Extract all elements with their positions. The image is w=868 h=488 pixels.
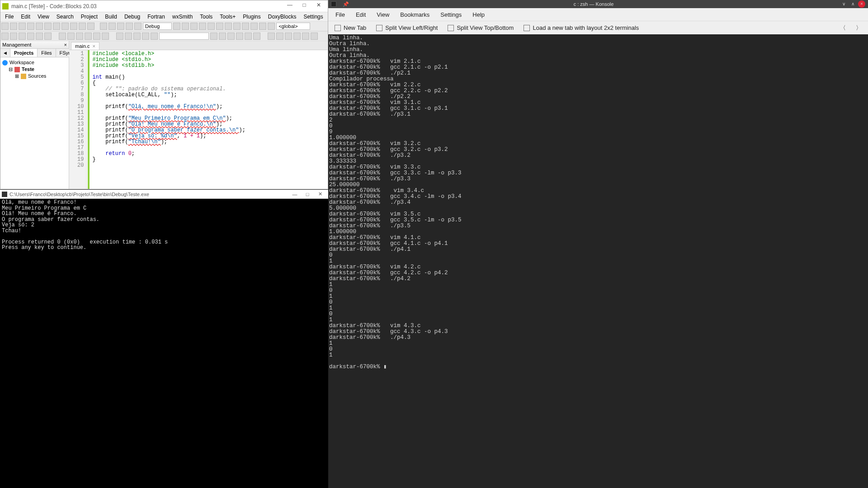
ts4-icon[interactable] <box>293 33 301 40</box>
menu-doxyblocks[interactable]: DoxyBlocks <box>265 13 299 21</box>
new-tab-button[interactable]: New Tab <box>330 23 371 33</box>
kmenu-edit[interactable]: Edit <box>351 9 370 20</box>
kmenu-view[interactable]: View <box>372 9 394 20</box>
menu-build[interactable]: Build <box>102 13 120 21</box>
project-tree[interactable]: Workspace ⊟Teste ⊞Sources <box>0 57 69 81</box>
menu-debug[interactable]: Debug <box>122 13 143 21</box>
toggle-icon[interactable] <box>173 23 180 30</box>
menu-project[interactable]: Project <box>78 13 100 21</box>
searchprev-icon[interactable] <box>219 33 226 40</box>
bookmark-prev-icon[interactable] <box>27 33 34 40</box>
console-minimize-button[interactable]: — <box>288 192 301 197</box>
menu-tools[interactable]: Tools <box>197 13 215 21</box>
mgmt-tab-left-icon[interactable]: ◄ <box>0 49 10 57</box>
run-icon[interactable] <box>108 23 116 30</box>
ts3-icon[interactable] <box>285 33 292 40</box>
menu-wxsmith[interactable]: wxSmith <box>170 13 195 21</box>
bookmark-clear-icon[interactable] <box>44 33 52 40</box>
toolbar-next-icon[interactable]: 〉 <box>851 22 866 34</box>
highlight-icon[interactable] <box>227 33 235 40</box>
cb-titlebar[interactable]: main.c [Teste] - Code::Blocks 20.03 — □ … <box>0 0 328 12</box>
project-label[interactable]: Teste <box>22 66 34 73</box>
expand-icon[interactable]: ⊟ <box>9 66 13 73</box>
search-input[interactable] <box>159 33 209 40</box>
minimize-button[interactable]: — <box>283 2 297 11</box>
tb5-icon[interactable] <box>151 33 158 40</box>
ts-icon[interactable] <box>268 33 275 40</box>
menu-file[interactable]: File <box>2 13 16 21</box>
find-icon[interactable] <box>79 23 86 30</box>
dox2-icon[interactable] <box>67 33 75 40</box>
bookmark-icon[interactable] <box>19 33 26 40</box>
dox6-icon[interactable] <box>102 33 109 40</box>
kmenu-settings[interactable]: Settings <box>436 9 466 20</box>
debug-next-icon[interactable] <box>199 23 206 30</box>
replace-icon[interactable] <box>87 23 94 30</box>
tb-icon[interactable] <box>116 33 123 40</box>
mgmt-tab-projects[interactable]: Projects <box>10 49 38 57</box>
debug-nextinstr-icon[interactable] <box>225 23 232 30</box>
kmenu-bookmarks[interactable]: Bookmarks <box>396 9 434 20</box>
scope-select[interactable]: <global> <box>276 23 310 30</box>
konsole-maximize-button[interactable] <box>849 0 856 8</box>
rebuild-icon[interactable] <box>126 23 133 30</box>
searchnext-icon[interactable] <box>210 33 217 40</box>
abort-icon[interactable] <box>134 23 142 30</box>
bookmark-next-icon[interactable] <box>36 33 43 40</box>
dox5-icon[interactable] <box>93 33 100 40</box>
tb3-icon[interactable] <box>133 33 141 40</box>
tab-close-icon[interactable]: × <box>92 43 95 49</box>
new-icon[interactable] <box>1 23 9 30</box>
paste-icon[interactable] <box>70 23 77 30</box>
split-lr-button[interactable]: Split View Left/Right <box>372 23 442 33</box>
debug-info-icon[interactable] <box>268 23 275 30</box>
toolbar-prev-icon[interactable]: 〈 <box>835 22 850 34</box>
nav-fwd-icon[interactable] <box>10 33 17 40</box>
redo-icon[interactable] <box>44 23 52 30</box>
kmenu-file[interactable]: File <box>331 9 349 20</box>
expand-icon[interactable]: ⊞ <box>15 73 19 80</box>
debug-stop-icon[interactable] <box>250 23 258 30</box>
pin-icon[interactable]: 📌 <box>343 1 349 7</box>
konsole-output[interactable]: Uma linha. Outra linha. Uma linha. Outra… <box>328 34 868 488</box>
close-button[interactable]: ✕ <box>311 2 326 11</box>
build-target-select[interactable]: Debug <box>143 23 172 30</box>
debug-stepout-icon[interactable] <box>216 23 223 30</box>
console-output[interactable]: Olá, meu nome é Franco! Meu Primeiro Pro… <box>0 199 328 488</box>
selectedtext-icon[interactable] <box>236 33 243 40</box>
console-close-button[interactable]: ✕ <box>314 191 326 197</box>
debug-stepinstr-icon[interactable] <box>233 23 241 30</box>
debug-runcursor-icon[interactable] <box>190 23 198 30</box>
maximize-button[interactable]: □ <box>297 2 311 11</box>
save-icon[interactable] <box>19 23 26 30</box>
buildrun-icon[interactable] <box>117 23 124 30</box>
sources-label[interactable]: Sources <box>28 73 46 80</box>
menu-fortran[interactable]: Fortran <box>145 13 168 21</box>
tb4-icon[interactable] <box>142 33 149 40</box>
debug-break-icon[interactable] <box>242 23 249 30</box>
dox-icon[interactable] <box>59 33 66 40</box>
dox4-icon[interactable] <box>85 33 92 40</box>
mgmt-tab-files[interactable]: Files <box>38 49 56 57</box>
layout-button[interactable]: Load a new tab with layout 2x2 terminals <box>519 23 643 33</box>
dox3-icon[interactable] <box>76 33 83 40</box>
saveall-icon[interactable] <box>27 23 34 30</box>
konsole-close-button[interactable]: × <box>858 0 865 8</box>
kmenu-help[interactable]: Help <box>468 9 489 20</box>
nav-back-icon[interactable] <box>1 33 9 40</box>
konsole-minimize-button[interactable] <box>840 0 847 8</box>
menu-search[interactable]: Search <box>54 13 76 21</box>
workspace-label[interactable]: Workspace <box>9 59 34 66</box>
debug-window-icon[interactable] <box>259 23 266 30</box>
editor-tab[interactable]: main.c× <box>71 42 99 50</box>
debug-step-icon[interactable] <box>208 23 215 30</box>
menu-toolsplus[interactable]: Tools+ <box>217 13 238 21</box>
ts2-icon[interactable] <box>276 33 283 40</box>
debug-start-icon[interactable] <box>182 23 189 30</box>
console-maximize-button[interactable]: □ <box>301 192 314 197</box>
console-titlebar[interactable]: C:\Users\Franco\Desktop\cb\Projeto\Teste… <box>0 190 328 199</box>
menu-view[interactable]: View <box>35 13 52 21</box>
build-icon[interactable] <box>100 23 107 30</box>
undo-icon[interactable] <box>36 23 43 30</box>
matchcase-icon[interactable] <box>245 33 252 40</box>
